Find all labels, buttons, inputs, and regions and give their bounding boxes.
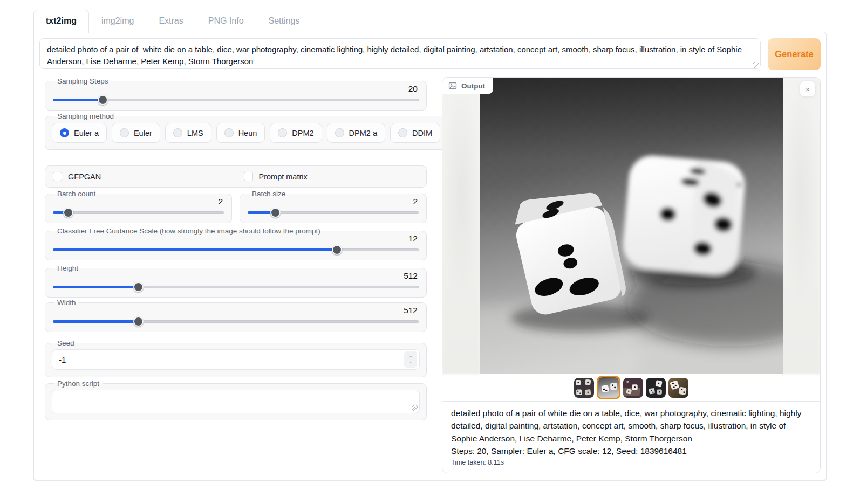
radio-icon: [120, 128, 129, 137]
batch-row: Batch count 2 Batch size 2: [45, 190, 427, 225]
width-slider-thumb[interactable]: [133, 316, 144, 327]
thumbnail-4[interactable]: [646, 378, 666, 398]
prompt-matrix-label: Prompt matrix: [259, 172, 308, 181]
height-slider[interactable]: [53, 282, 419, 292]
toggles-group: GFPGAN Prompt matrix: [45, 165, 427, 188]
cfg-scale-slider-thumb[interactable]: [332, 245, 342, 255]
radio-icon: [398, 128, 407, 137]
radio-icon: [278, 128, 287, 137]
output-header-label: Output: [461, 82, 485, 90]
radio-label: Euler a: [74, 129, 99, 137]
seed-group: Seed ⌃⌄: [45, 339, 427, 377]
radio-label: DPM2 a: [349, 129, 377, 137]
txt2img-panel: detailed photo of a pair of white die on…: [33, 32, 827, 481]
output-column: Output ×: [442, 77, 821, 473]
sampling-steps-value: 20: [52, 84, 418, 94]
height-group: Height 512: [45, 264, 427, 298]
height-slider-thumb[interactable]: [133, 282, 144, 292]
chevron-down-icon: ⌄: [409, 360, 413, 363]
gfpgan-label: GFPGAN: [68, 172, 101, 181]
tab-png-info[interactable]: PNG Info: [196, 10, 256, 32]
radio-label: Euler: [134, 129, 152, 137]
sampling-method-label: Sampling method: [54, 112, 117, 120]
tab-txt2img[interactable]: txt2img: [33, 10, 89, 33]
gallery-right-blur: [781, 78, 820, 374]
radio-icon: [335, 128, 344, 137]
batch-count-slider[interactable]: [53, 208, 224, 217]
radio-dpm2[interactable]: DPM2: [270, 123, 322, 143]
sampling-steps-slider-thumb[interactable]: [98, 95, 108, 105]
width-group: Width 512: [45, 299, 427, 332]
output-close-button[interactable]: ×: [800, 81, 815, 96]
radio-label: Heun: [238, 129, 257, 137]
radio-icon: [224, 128, 234, 137]
seed-label: Seed: [54, 339, 78, 347]
radio-euler-a[interactable]: Euler a: [52, 123, 107, 143]
seed-input[interactable]: [52, 349, 420, 370]
tab-img2img[interactable]: img2img: [89, 10, 146, 32]
batch-count-label: Batch count: [54, 190, 99, 198]
radio-icon: [173, 128, 182, 137]
checkbox-icon: [244, 172, 253, 181]
output-caption: detailed photo of a pair of white die on…: [442, 401, 820, 473]
prompt-row: detailed photo of a pair of white die on…: [39, 38, 821, 70]
output-header: Output: [442, 78, 493, 94]
thumbnail-3[interactable]: [623, 378, 643, 398]
radio-ddim[interactable]: DDIM: [390, 123, 440, 143]
python-script-input[interactable]: [52, 390, 420, 413]
radio-label: LMS: [187, 129, 203, 137]
output-panel: Output ×: [442, 77, 821, 473]
height-label: Height: [54, 264, 81, 272]
image-icon: [448, 81, 457, 90]
radio-selected-icon: [60, 128, 69, 137]
thumbnail-strip: [442, 374, 820, 401]
prompt-input[interactable]: detailed photo of a pair of white die on…: [39, 38, 761, 69]
seed-stepper[interactable]: ⌃⌄: [404, 351, 417, 368]
python-script-group: Python script: [45, 379, 427, 420]
batch-size-label: Batch size: [249, 190, 289, 198]
sampling-steps-group: Sampling Steps 20: [45, 77, 427, 111]
caption-time-taken: Time taken: 8.11s: [451, 459, 811, 466]
batch-count-value: 2: [52, 197, 223, 206]
close-icon: ×: [806, 85, 810, 94]
prompt-matrix-checkbox[interactable]: Prompt matrix: [236, 166, 427, 187]
tab-settings[interactable]: Settings: [256, 10, 312, 32]
radio-label: DDIM: [412, 129, 432, 137]
tab-bar: txt2img img2img Extras PNG Info Settings: [33, 8, 827, 32]
thumbnail-2-selected[interactable]: [597, 376, 620, 399]
sampling-steps-slider[interactable]: [53, 95, 419, 105]
sampling-steps-label: Sampling Steps: [54, 77, 112, 85]
width-value: 512: [52, 306, 418, 315]
cfg-scale-value: 12: [52, 234, 418, 244]
width-label: Width: [54, 299, 79, 307]
thumbnail-5[interactable]: [668, 378, 688, 398]
settings-column: Sampling Steps 20 Sampling method Euler …: [45, 77, 427, 423]
thumbnail-1[interactable]: [574, 378, 594, 398]
batch-size-slider[interactable]: [248, 208, 419, 217]
gfpgan-checkbox[interactable]: GFPGAN: [45, 166, 236, 187]
batch-count-slider-thumb[interactable]: [63, 208, 73, 218]
app-card: txt2img img2img Extras PNG Info Settings…: [33, 8, 827, 481]
sampling-method-group: Sampling method Euler a Euler LMS Heun D…: [45, 112, 504, 150]
caption-generation-params: Steps: 20, Sampler: Euler a, CFG scale: …: [451, 445, 811, 457]
radio-dpm2-a[interactable]: DPM2 a: [327, 123, 385, 143]
height-value: 512: [52, 271, 418, 281]
cfg-scale-slider[interactable]: [53, 245, 419, 254]
gallery-left-blur: [442, 78, 480, 374]
batch-count-group: Batch count 2: [45, 190, 232, 223]
batch-size-slider-thumb[interactable]: [270, 208, 281, 218]
generate-button[interactable]: Generate: [768, 38, 821, 70]
radio-euler[interactable]: Euler: [112, 123, 160, 143]
python-script-label: Python script: [54, 379, 103, 388]
output-gallery: [442, 78, 820, 374]
radio-lms[interactable]: LMS: [165, 123, 211, 143]
checkbox-icon: [53, 172, 62, 181]
batch-size-value: 2: [247, 197, 418, 206]
cfg-scale-group: Classifier Free Guidance Scale (how stro…: [45, 227, 427, 260]
width-slider[interactable]: [53, 317, 419, 326]
caption-prompt-text: detailed photo of a pair of white die on…: [451, 407, 811, 445]
radio-label: DPM2: [292, 129, 313, 137]
generated-image[interactable]: [480, 78, 783, 374]
radio-heun[interactable]: Heun: [216, 123, 265, 143]
tab-extras[interactable]: Extras: [146, 10, 195, 32]
